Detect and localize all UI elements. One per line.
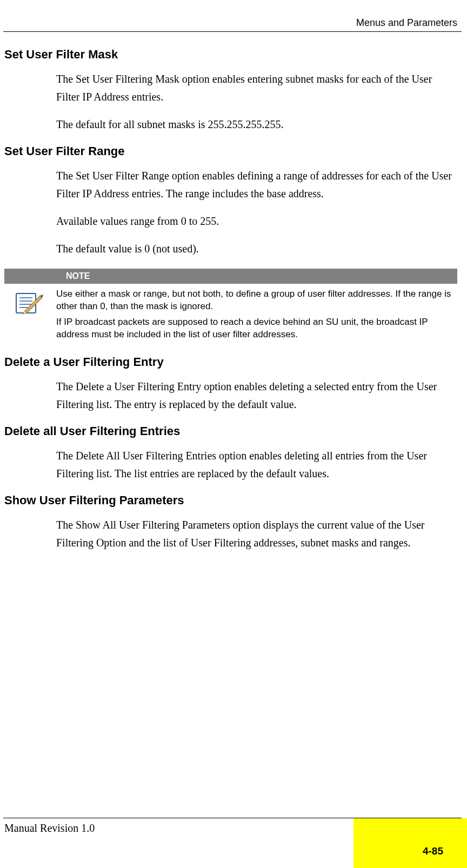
yellow-footer-block: [353, 818, 467, 868]
main-content: Set User Filter Mask The Set User Filter…: [4, 43, 457, 562]
section-heading: Show User Filtering Parameters: [4, 493, 457, 508]
note-line: If IP broadcast packets are supposed to …: [56, 316, 457, 341]
note-label: NOTE: [56, 269, 99, 284]
page-number: 4-85: [423, 845, 443, 857]
note-pencil-icon: [14, 290, 46, 318]
note-bar: NOTE: [4, 269, 457, 284]
body-paragraph: The Show All User Filtering Parameters o…: [56, 516, 457, 552]
body-paragraph: The Set User Filtering Mask option enabl…: [56, 70, 457, 106]
body-paragraph: The Set User Filter Range option enables…: [56, 167, 457, 203]
section-heading: Delete a User Filtering Entry: [4, 355, 457, 369]
footer-rule: [3, 818, 462, 818]
note-line: Use either a mask or range, but not both…: [56, 288, 457, 313]
body-paragraph: Available values range from 0 to 255.: [56, 212, 457, 230]
note-text: Use either a mask or range, but not both…: [56, 288, 457, 344]
body-paragraph: The default for all subnet masks is 255.…: [56, 116, 457, 133]
section-heading: Set User Filter Mask: [4, 48, 457, 62]
page-header: Menus and Parameters: [356, 17, 457, 29]
note-box: NOTE Use either a mask or range, but not…: [4, 269, 457, 344]
footer-revision: Manual Revision 1.0: [4, 822, 95, 834]
section-heading: Delete all User Filtering Entries: [4, 424, 457, 438]
body-paragraph: The Delete a User Filtering Entry option…: [56, 378, 457, 413]
header-rule: [3, 31, 462, 32]
body-paragraph: The default value is 0 (not used).: [56, 240, 457, 258]
body-paragraph: The Delete All User Filtering Entries op…: [56, 447, 457, 483]
section-heading: Set User Filter Range: [4, 144, 457, 158]
